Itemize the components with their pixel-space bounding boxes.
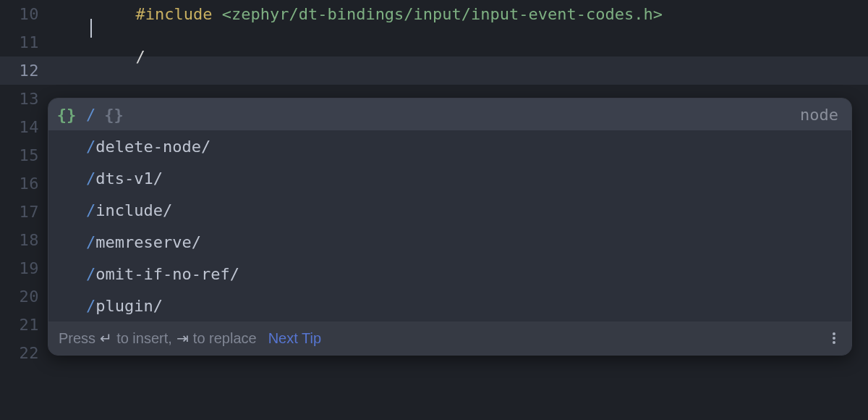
autocomplete-item-delete-node[interactable]: /delete-node/	[48, 130, 851, 162]
autocomplete-item-label: /delete-node/	[86, 138, 210, 156]
autocomplete-item-label: /memreserve/	[86, 233, 201, 251]
blank-icon	[56, 295, 77, 316]
footer-text: to insert,	[116, 330, 172, 347]
autocomplete-item-omit-if-no-ref[interactable]: /omit-if-no-ref/	[48, 258, 851, 290]
footer-text: to replace	[193, 330, 257, 347]
autocomplete-item-hint: {}	[104, 106, 124, 124]
autocomplete-item-root-node[interactable]: {} / {} node	[48, 98, 851, 130]
more-options-icon[interactable]	[827, 331, 841, 345]
autocomplete-item-memreserve[interactable]: /memreserve/	[48, 226, 851, 258]
autocomplete-footer: Press ↵ to insert, ⇥ to replace Next Tip	[48, 322, 851, 355]
autocomplete-item-plugin[interactable]: /plugin/	[48, 290, 851, 322]
line-number: 12	[0, 56, 56, 85]
code-editor[interactable]: 10 #include <zephyr/dt-bindings/input/in…	[0, 0, 868, 420]
typed-text: /	[135, 48, 145, 66]
autocomplete-item-include[interactable]: /include/	[48, 194, 851, 226]
enter-key-icon: ↵	[100, 329, 112, 347]
autocomplete-item-dts-v1[interactable]: /dts-v1/	[48, 162, 851, 194]
autocomplete-item-label: /	[86, 106, 95, 124]
line-number: 10	[0, 0, 56, 28]
footer-text: Press	[59, 330, 95, 347]
blank-icon	[56, 263, 77, 285]
autocomplete-item-label: /omit-if-no-ref/	[86, 265, 239, 283]
blank-icon	[56, 135, 77, 157]
blank-icon	[56, 231, 77, 253]
autocomplete-item-label: /include/	[86, 201, 172, 219]
blank-icon	[56, 167, 77, 189]
autocomplete-item-label: /plugin/	[86, 297, 163, 315]
autocomplete-popup[interactable]: {} / {} node /delete-node/ /dts-v1/ /inc…	[48, 98, 852, 356]
text-caret	[90, 19, 92, 38]
braces-icon: {}	[56, 104, 77, 125]
blank-icon	[56, 199, 77, 221]
autocomplete-list[interactable]: {} / {} node /delete-node/ /dts-v1/ /inc…	[48, 98, 851, 322]
autocomplete-item-kind: node	[800, 106, 838, 124]
next-tip-link[interactable]: Next Tip	[268, 330, 321, 347]
code-line-active[interactable]: 12 /	[0, 56, 868, 85]
tab-key-icon: ⇥	[176, 329, 189, 347]
autocomplete-item-label: /dts-v1/	[86, 169, 163, 188]
line-number: 11	[0, 28, 56, 56]
